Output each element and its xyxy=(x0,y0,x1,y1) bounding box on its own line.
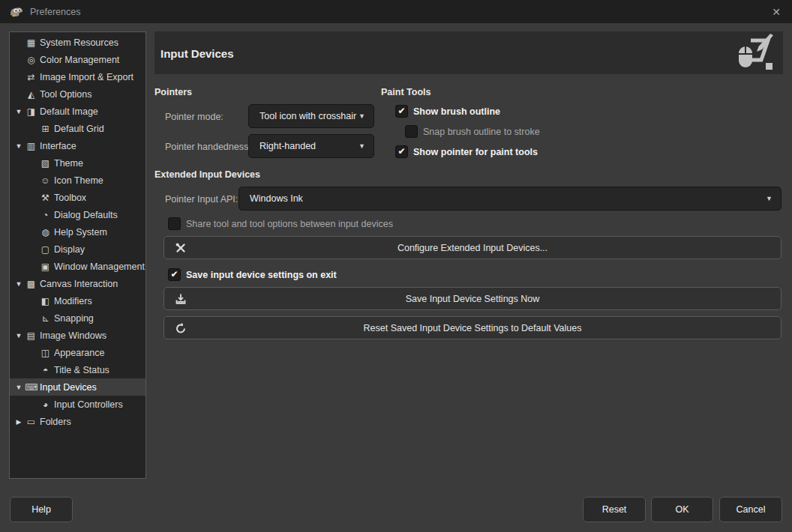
sidebar-item-color-management[interactable]: ◎Color Management xyxy=(10,51,146,68)
sidebar-item-canvas-interaction[interactable]: ▼▩Canvas Interaction xyxy=(10,275,146,292)
sidebar-item-dialog-defaults[interactable]: ◔Dialog Defaults xyxy=(10,206,146,223)
checkmark-icon: ✔ xyxy=(170,270,178,279)
sidebar-item-appearance[interactable]: ◫Appearance xyxy=(10,344,146,361)
tool-options-icon: ◭ xyxy=(25,90,38,99)
checkbox-snap-brush-outline[interactable]: ✔ Snap brush outline to stroke xyxy=(405,125,540,138)
sidebar-item-modifiers[interactable]: ◧Modifiers xyxy=(10,292,146,309)
ok-button[interactable]: OK xyxy=(651,497,713,522)
pointers-section-title: Pointers xyxy=(154,87,192,97)
pointer-input-api-value: Windows Ink xyxy=(239,193,303,204)
sidebar-item-label: Input Devices xyxy=(40,382,97,393)
input-devices-icon: ⌨ xyxy=(25,383,38,392)
toolbox-icon: ⚒ xyxy=(39,193,52,202)
expander-down-icon[interactable]: ▼ xyxy=(13,142,25,150)
sidebar-item-input-devices[interactable]: ▼⌨Input Devices xyxy=(10,378,146,396)
expander-down-icon[interactable]: ▼ xyxy=(13,108,25,115)
sidebar-item-system-resources[interactable]: ▦System Resources xyxy=(10,34,146,51)
sidebar-item-label: Tool Options xyxy=(40,89,92,100)
configure-extended-input-devices-button[interactable]: Configure Extended Input Devices... xyxy=(164,236,782,259)
pointer-mode-label: Pointer mode: xyxy=(165,112,224,122)
sidebar-item-window-management[interactable]: ▣Window Management xyxy=(10,258,146,275)
sidebar-item-default-image[interactable]: ▼◨Default Image xyxy=(10,103,146,120)
close-icon[interactable]: ✕ xyxy=(765,0,788,23)
sidebar-item-label: Modifiers xyxy=(54,296,92,306)
checkbox-show-brush-outline[interactable]: ✔ Show brush outline xyxy=(395,105,500,118)
expander-right-icon[interactable]: ▶ xyxy=(13,418,25,426)
sidebar-item-display[interactable]: ▢Display xyxy=(10,241,146,258)
help-button[interactable]: Help xyxy=(10,497,73,522)
reset-button[interactable]: Reset xyxy=(583,497,646,522)
cancel-button[interactable]: Cancel xyxy=(719,497,782,522)
icon-theme-icon: ☺ xyxy=(39,176,52,185)
expander-down-icon[interactable]: ▼ xyxy=(13,280,25,288)
input-devices-icon xyxy=(732,34,776,73)
default-image-icon: ◨ xyxy=(25,107,38,116)
checkbox-box[interactable]: ✔ xyxy=(168,217,181,230)
appearance-icon: ◫ xyxy=(39,348,52,357)
sidebar-item-label: System Resources xyxy=(40,37,118,48)
image-import-export-icon: ⇄ xyxy=(25,73,38,82)
image-windows-icon: ▤ xyxy=(25,331,38,340)
sidebar-item-tool-options[interactable]: ◭Tool Options xyxy=(10,85,146,103)
sidebar-item-label: Icon Theme xyxy=(54,175,104,186)
display-icon: ▢ xyxy=(39,245,52,254)
checkbox-save-settings-on-exit[interactable]: ✔ Save input device settings on exit xyxy=(168,268,337,281)
expander-down-icon[interactable]: ▼ xyxy=(13,384,25,391)
button-label: OK xyxy=(675,504,688,515)
sidebar-item-snapping[interactable]: ⊾Snapping xyxy=(10,309,146,327)
system-resources-icon: ▦ xyxy=(25,38,38,47)
sidebar-item-interface[interactable]: ▼▥Interface xyxy=(10,137,146,154)
checkbox-show-pointer-paint-tools[interactable]: ✔ Show pointer for paint tools xyxy=(395,145,538,158)
pointer-mode-dropdown[interactable]: Tool icon with crosshair ▼ xyxy=(248,104,374,128)
save-input-device-settings-button[interactable]: Save Input Device Settings Now xyxy=(164,287,782,310)
sidebar-item-icon-theme[interactable]: ☺Icon Theme xyxy=(10,172,146,189)
sidebar-item-label: Toolbox xyxy=(54,193,86,203)
sidebar-item-label: Snapping xyxy=(54,313,94,324)
chevron-down-icon: ▼ xyxy=(358,142,374,150)
checkbox-share-tool-options[interactable]: ✔ Share tool and tool options between in… xyxy=(168,217,393,230)
sidebar-item-label: Input Controllers xyxy=(54,399,123,410)
expander-down-icon[interactable]: ▼ xyxy=(13,332,25,339)
button-label: Reset Saved Input Device Settings to Def… xyxy=(364,323,582,333)
pointer-handedness-dropdown[interactable]: Right-handed ▼ xyxy=(248,134,374,158)
sidebar-item-label: Dialog Defaults xyxy=(54,210,118,220)
interface-icon: ▥ xyxy=(25,142,38,151)
sidebar-item-label: Color Management xyxy=(40,55,119,65)
sidebar-item-label: Image Import & Export xyxy=(40,72,134,82)
sidebar-item-toolbox[interactable]: ⚒Toolbox xyxy=(10,189,146,206)
theme-icon: ▧ xyxy=(39,159,52,168)
sidebar-item-image-import-export[interactable]: ⇄Image Import & Export xyxy=(10,68,146,85)
sidebar-item-label: Default Grid xyxy=(54,124,104,134)
checkbox-box[interactable]: ✔ xyxy=(168,268,181,281)
checkbox-label: Save input device settings on exit xyxy=(186,270,337,280)
sidebar-item-label: Image Windows xyxy=(40,330,106,341)
checkbox-box[interactable]: ✔ xyxy=(395,105,408,118)
sidebar-item-help-system[interactable]: ◍Help System xyxy=(10,223,146,241)
pointer-handedness-value: Right-handed xyxy=(249,141,316,151)
default-grid-icon: ⊞ xyxy=(39,124,52,133)
button-label: Help xyxy=(32,504,51,515)
preferences-category-tree: ▦System Resources◎Color Management⇄Image… xyxy=(9,31,146,479)
preferences-dialog: Preferences ✕ ▦System Resources◎Color Ma… xyxy=(0,0,792,532)
pointer-input-api-label: Pointer Input API: xyxy=(165,194,238,205)
checkmark-icon: ✔ xyxy=(398,147,405,156)
sidebar-item-input-controllers[interactable]: ◕Input Controllers xyxy=(10,396,146,413)
sidebar-item-folders[interactable]: ▶▭Folders xyxy=(10,413,146,430)
button-label: Save Input Device Settings Now xyxy=(406,294,540,304)
sidebar-item-label: Help System xyxy=(54,227,107,238)
sidebar-item-default-grid[interactable]: ⊞Default Grid xyxy=(10,120,146,137)
checkbox-label: Show brush outline xyxy=(413,106,500,117)
checkbox-box[interactable]: ✔ xyxy=(395,145,408,158)
canvas-interaction-icon: ▩ xyxy=(25,279,38,288)
sidebar-item-image-windows[interactable]: ▼▤Image Windows xyxy=(10,327,146,344)
reset-saved-settings-button[interactable]: Reset Saved Input Device Settings to Def… xyxy=(164,316,782,339)
sidebar-item-title-status[interactable]: ◓Title & Status xyxy=(10,361,146,378)
checkmark-icon: ✔ xyxy=(398,106,405,115)
checkbox-label: Show pointer for paint tools xyxy=(413,147,538,157)
pointer-input-api-dropdown[interactable]: Windows Ink ▼ xyxy=(238,187,782,211)
button-label: Cancel xyxy=(736,504,766,515)
checkbox-label: Snap brush outline to stroke xyxy=(423,127,540,137)
sidebar-item-theme[interactable]: ▧Theme xyxy=(10,154,146,172)
checkbox-box[interactable]: ✔ xyxy=(405,125,418,138)
crossed-tools-icon xyxy=(175,242,187,254)
